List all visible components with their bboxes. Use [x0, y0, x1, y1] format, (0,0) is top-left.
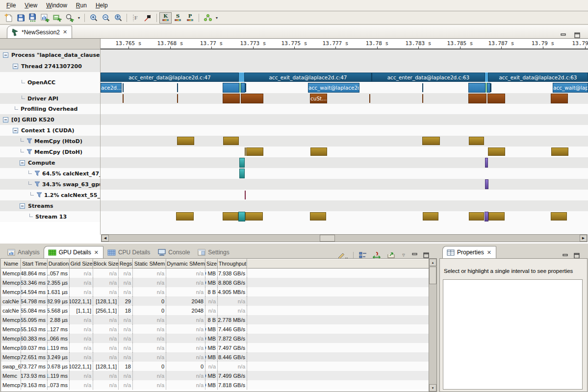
move-button[interactable] [373, 251, 382, 259]
interval-bar[interactable] [239, 73, 244, 82]
interval-bar[interactable] [245, 212, 263, 220]
tab-analysis[interactable]: Analysis [3, 246, 44, 259]
scrollbar-thumb[interactable] [320, 235, 335, 242]
filter-icon[interactable] [34, 171, 40, 176]
export-button[interactable] [387, 251, 395, 259]
marker-f-button[interactable]: F [129, 12, 142, 24]
column-header-name[interactable]: Name [1, 259, 21, 269]
tab-properties[interactable]: Properties ✕ [442, 246, 496, 259]
table-row[interactable]: swap_6173.727 ms50.678 µs[1022,1,1][128,… [1, 362, 436, 371]
interval-bar[interactable] [223, 94, 240, 103]
collapse-icon[interactable] [3, 117, 8, 122]
interval-bar[interactable]: acc_enter_data@laplace2d.c:47 [101, 73, 239, 82]
interval-bar[interactable] [177, 83, 178, 92]
minimize-icon[interactable] [412, 252, 418, 258]
minimize-icon[interactable] [561, 33, 566, 38]
filter-icon[interactable] [36, 192, 42, 198]
column-header-static-smem[interactable]: Static SMem [133, 259, 166, 269]
interval-bar[interactable] [223, 83, 239, 93]
scroll-up-icon[interactable]: ▲ [429, 259, 436, 266]
table-row[interactable]: calcNe154.798 ms282.99 µs[1022,1,1][128,… [1, 296, 436, 306]
menu-file[interactable]: File [2, 0, 20, 10]
interval-bar[interactable] [468, 83, 486, 93]
interval-bar[interactable] [468, 94, 486, 103]
table-row[interactable]: Memcp154.594 ms1.631 µsn/an/an/an/an/a8 … [1, 287, 436, 296]
view-s-button[interactable]: S [172, 12, 184, 24]
interval-bar[interactable] [245, 191, 246, 199]
scroll-right-icon[interactable]: ▶ [580, 235, 587, 242]
table-row[interactable]: Memcp153.346 ms52.355 µsn/an/an/an/an/a9… [1, 278, 436, 287]
interval-bar[interactable] [485, 179, 488, 189]
save-all-button[interactable] [27, 12, 39, 24]
interval-bar[interactable] [123, 94, 124, 103]
interval-bar[interactable] [469, 212, 484, 220]
interval-bar[interactable]: acc_wait@lap [553, 83, 588, 93]
column-header-start-time[interactable]: Start Time [21, 259, 48, 269]
interval-bar[interactable] [177, 137, 194, 145]
interval-bar[interactable] [176, 212, 194, 220]
interval-bar[interactable] [238, 212, 245, 221]
analysis-button[interactable] [202, 12, 214, 24]
interval-bar[interactable]: ace2d.... [101, 83, 122, 93]
scroll-down-icon[interactable]: ▼ [429, 384, 436, 392]
table-row[interactable]: Memc173.93 ms1.119 msn/an/an/an/an/a9 MB… [1, 371, 436, 380]
interval-bar[interactable] [551, 212, 567, 220]
interval-bar[interactable] [551, 94, 568, 103]
tree-item-process-laplace-data-clauses-10[interactable]: Process "laplace_data_clauses 10... [0, 49, 101, 61]
tree-item-streams[interactable]: Streams [0, 200, 101, 211]
view-menu-icon[interactable]: ▽ [401, 253, 407, 257]
column-header-duration[interactable]: Duration [48, 259, 70, 269]
interval-bar[interactable] [245, 147, 246, 156]
interval-bar[interactable] [422, 94, 423, 103]
filter-icon[interactable] [34, 181, 40, 187]
interval-bar[interactable] [488, 147, 505, 156]
table-row[interactable]: Memcp148.864 ms1.057 msn/an/an/an/an/a9 … [1, 269, 436, 278]
tab-gpu-details[interactable]: GPU Details✕ [44, 246, 103, 259]
column-header-dynamic-smem[interactable]: Dynamic SMem [166, 259, 205, 269]
layout-button[interactable] [359, 251, 367, 259]
interval-bar[interactable] [469, 137, 484, 145]
tree-item-profiling-overhead[interactable]: Profiling Overhead [0, 104, 101, 114]
tab-console[interactable]: Console [154, 246, 194, 259]
maximize-icon[interactable] [574, 32, 580, 38]
menu-view[interactable]: View [20, 0, 42, 10]
close-icon[interactable]: ✕ [94, 249, 99, 256]
tree-item-compute[interactable]: Compute [0, 157, 101, 168]
column-header-throughput[interactable]: Throughput [218, 259, 247, 269]
save-button[interactable] [15, 12, 27, 24]
tab-settings[interactable]: Settings [194, 246, 233, 259]
menu-window[interactable]: Window [42, 0, 72, 10]
menu-run[interactable]: Run [72, 0, 91, 10]
collapse-icon[interactable] [20, 160, 25, 166]
interval-bar[interactable] [310, 147, 327, 156]
menu-help[interactable]: Help [91, 0, 112, 10]
interval-bar[interactable] [487, 94, 505, 103]
tree-item-1-2-calcnext-55-g[interactable]: 1.2% calcNext_55_g... [0, 190, 101, 200]
interval-bar[interactable]: acc_wait@laplace2d.c... [308, 83, 359, 93]
export-button[interactable] [51, 12, 64, 24]
column-header-regs[interactable]: Regs [119, 259, 133, 269]
report-button[interactable] [39, 12, 51, 24]
interval-bar[interactable] [490, 83, 491, 92]
scroll-left-icon[interactable]: ◀ [102, 235, 109, 242]
table-row[interactable]: calcNe155.084 ms5.568 µs[1,1,1][256,1,1]… [1, 306, 436, 315]
interval-bar[interactable]: acc_exit_data@laplace2d.c:63 [488, 73, 588, 82]
collapse-icon[interactable] [20, 203, 25, 209]
interval-bar[interactable]: cuSt... [310, 94, 327, 103]
tree-item-stream-13[interactable]: Stream 13 [0, 211, 101, 222]
interval-bar[interactable] [423, 212, 438, 220]
interval-bar[interactable] [485, 158, 488, 168]
tree-item-memcpy-dtoh[interactable]: MemCpy (DtoH) [0, 147, 101, 157]
interval-bar[interactable] [551, 147, 568, 156]
marker-flag-button[interactable] [142, 12, 154, 24]
column-header-size[interactable]: Size [205, 259, 218, 269]
tab-newsession2[interactable]: *NewSession2 ✕ [7, 25, 72, 38]
interval-bar[interactable] [245, 83, 246, 92]
filter-edit-button[interactable] [338, 252, 348, 259]
dropdown-icon[interactable]: ▼ [76, 16, 82, 20]
interval-bar[interactable]: acc_exit_data@laplace2d.c:47 [244, 73, 372, 82]
interval-bar[interactable] [177, 94, 178, 103]
collapse-icon[interactable] [3, 52, 8, 58]
close-icon[interactable]: ✕ [486, 249, 492, 256]
interval-bar[interactable] [223, 137, 239, 145]
